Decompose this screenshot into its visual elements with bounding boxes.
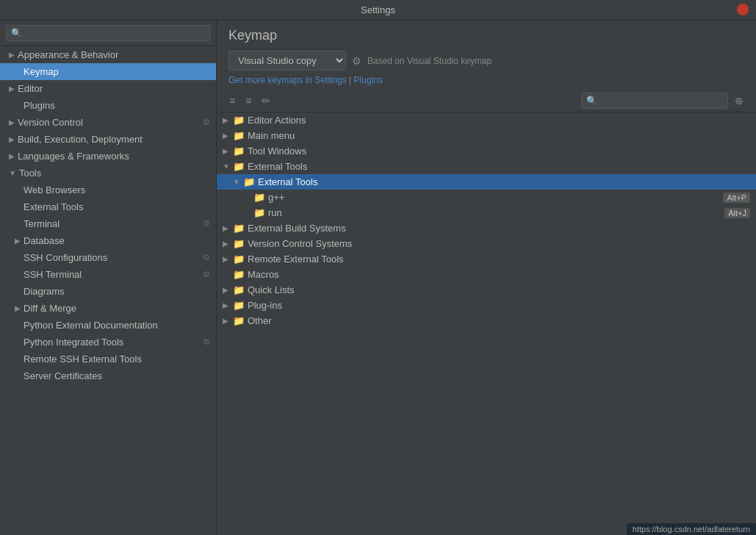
tree-item-other[interactable]: ▶📁Other — [217, 313, 756, 328]
tree-label: Other — [248, 315, 750, 326]
get-more-keymaps-link[interactable]: Get more keymaps in Settings — [228, 75, 347, 85]
sidebar-item-diff-merge[interactable]: ▶Diff & Merge — [0, 300, 216, 317]
tree-label: External Tools — [258, 176, 750, 187]
toolbar: ≡ ≡ ✏ ⊕ — [217, 90, 756, 112]
sidebar-label: Python Integrated Tools — [24, 337, 123, 348]
settings-icon[interactable]: ⚙ — [203, 219, 210, 229]
settings-icon[interactable]: ⚙ — [203, 270, 210, 279]
main-content: Keymap Visual Studio copy Default Eclips… — [217, 21, 756, 534]
tree-arrow: ▶ — [223, 286, 233, 294]
sidebar-arrow: ▶ — [9, 135, 15, 143]
based-on-text: Based on Visual Studio keymap — [367, 56, 492, 66]
sidebar-item-web-browsers[interactable]: ▶Web Browsers — [0, 182, 216, 198]
keymap-select[interactable]: Visual Studio copy Default Eclipse Emacs — [228, 51, 346, 71]
sidebar-label: Build, Execution, Deployment — [18, 134, 143, 145]
folder-icon: 📁 — [233, 269, 245, 280]
sidebar-label: Web Browsers — [24, 184, 85, 195]
tree-item-gpp[interactable]: ▶📁g++Alt+P — [217, 190, 756, 205]
sidebar-label: Tools — [19, 168, 41, 179]
tree-arrow: ▶ — [223, 147, 233, 155]
tree-item-vcs[interactable]: ▶📁Version Control Systems — [217, 236, 756, 251]
gear-icon[interactable]: ⚙ — [352, 55, 361, 67]
sidebar-item-python-int-tools[interactable]: ▶Python Integrated Tools⚙ — [0, 334, 216, 351]
sidebar-label: Editor — [18, 83, 43, 94]
tree-label: Plug-ins — [248, 300, 750, 311]
sidebar-arrow: ▶ — [9, 152, 15, 160]
sidebar-item-keymap[interactable]: ▶Keymap — [0, 63, 216, 80]
sidebar-item-appearance[interactable]: ▶Appearance & Behavior — [0, 46, 216, 63]
folder-icon: 📁 — [233, 146, 245, 157]
tree-item-plug-ins[interactable]: ▶📁Plug-ins — [217, 298, 756, 313]
tree-label: External Build Systems — [248, 223, 750, 234]
tree-item-external-tools-root[interactable]: ▼📁External Tools — [217, 159, 756, 174]
folder-icon: 📁 — [233, 130, 245, 141]
tree-arrow: ▶ — [223, 132, 233, 140]
settings-icon[interactable]: ⚙ — [203, 337, 210, 347]
sidebar-item-plugins[interactable]: ▶Plugins — [0, 97, 216, 114]
sidebar-item-python-ext-doc[interactable]: ▶Python External Documentation — [0, 317, 216, 334]
sidebar: ▶Appearance & Behavior▶Keymap▶Editor▶Plu… — [0, 21, 217, 534]
sidebar-label: Version Control — [18, 117, 83, 128]
sidebar-item-terminal[interactable]: ▶Terminal⚙ — [0, 215, 216, 232]
expand-all-button[interactable]: ≡ — [226, 93, 239, 109]
sidebar-search-container — [0, 21, 216, 46]
sidebar-label: Languages & Frameworks — [18, 151, 129, 162]
sidebar-item-remote-ssh-ext[interactable]: ▶Remote SSH External Tools — [0, 351, 216, 367]
tree-arrow: ▶ — [223, 317, 233, 325]
edit-button[interactable]: ✏ — [258, 93, 274, 109]
tree-item-quick-lists[interactable]: ▶📁Quick Lists — [217, 282, 756, 298]
sidebar-label: Remote SSH External Tools — [24, 353, 142, 365]
tree-items-list: ▶📁Editor Actions▶📁Main menu▶📁Tool Window… — [217, 112, 756, 328]
tree-arrow: ▶ — [223, 224, 233, 232]
settings-icon[interactable]: ⚙ — [203, 118, 210, 127]
sidebar-label: Terminal — [24, 218, 60, 229]
sidebar-arrow: ▶ — [9, 85, 15, 93]
sidebar-item-languages[interactable]: ▶Languages & Frameworks — [0, 148, 216, 165]
folder-icon: 📁 — [233, 238, 245, 249]
tree-label: External Tools — [248, 161, 750, 172]
sidebar-item-diagrams[interactable]: ▶Diagrams — [0, 283, 216, 300]
plugins-link[interactable]: Plugins — [354, 75, 383, 85]
tree-item-tool-windows[interactable]: ▶📁Tool Windows — [217, 143, 756, 159]
sidebar-arrow: ▶ — [15, 304, 21, 312]
tree-item-remote-ext-tools[interactable]: ▶📁Remote External Tools — [217, 251, 756, 267]
tree-item-main-menu[interactable]: ▶📁Main menu — [217, 128, 756, 143]
sidebar-item-server-certs[interactable]: ▶Server Certificates — [0, 367, 216, 384]
sidebar-item-editor[interactable]: ▶Editor — [0, 80, 216, 97]
tree-label: Version Control Systems — [248, 238, 750, 249]
sidebar-item-build[interactable]: ▶Build, Execution, Deployment — [0, 131, 216, 148]
sidebar-arrow: ▶ — [9, 51, 15, 59]
sidebar-item-ssh-configurations[interactable]: ▶SSH Configurations⚙ — [0, 249, 216, 266]
tree-item-run[interactable]: ▶📁runAlt+J — [217, 205, 756, 220]
shortcut-badge: Alt+P — [723, 193, 750, 203]
tree-label: Remote External Tools — [248, 254, 750, 265]
folder-icon: 📁 — [233, 161, 245, 172]
tree-label: Quick Lists — [248, 284, 750, 295]
sidebar-item-external-tools[interactable]: ▶External Tools — [0, 198, 216, 215]
sidebar-label: Python External Documentation — [24, 320, 158, 331]
search-options-button[interactable]: ⊕ — [731, 93, 747, 109]
sidebar-label: Plugins — [24, 100, 55, 111]
tree-item-external-tools-sub[interactable]: ▼📁External Tools — [217, 174, 756, 190]
sidebar-item-database[interactable]: ▶Database — [0, 232, 216, 249]
collapse-all-button[interactable]: ≡ — [242, 93, 255, 109]
sidebar-search-input[interactable] — [6, 25, 210, 41]
tree-item-macros[interactable]: ▶📁Macros — [217, 267, 756, 282]
keymap-search-input[interactable] — [581, 93, 728, 109]
tree-arrow: ▶ — [223, 255, 233, 263]
close-button[interactable] — [737, 4, 749, 15]
tree-item-external-build[interactable]: ▶📁External Build Systems — [217, 220, 756, 236]
sidebar-item-tools[interactable]: ▼Tools — [0, 165, 216, 182]
tree-arrow: ▶ — [223, 301, 233, 309]
sidebar-arrow: ▶ — [9, 118, 15, 126]
folder-icon: 📁 — [233, 300, 245, 311]
tree-arrow: ▶ — [223, 240, 233, 248]
sidebar-item-ssh-terminal[interactable]: ▶SSH Terminal⚙ — [0, 266, 216, 283]
tree-arrow: ▼ — [233, 178, 243, 186]
tree-label: run — [268, 207, 724, 218]
settings-icon[interactable]: ⚙ — [203, 253, 210, 262]
url-bar: https://blog.csdn.net/adlatereturn — [627, 523, 756, 535]
sidebar-item-version-control[interactable]: ▶Version Control⚙ — [0, 114, 216, 131]
tree-item-editor-actions[interactable]: ▶📁Editor Actions — [217, 112, 756, 128]
tree-label: Editor Actions — [248, 115, 750, 126]
